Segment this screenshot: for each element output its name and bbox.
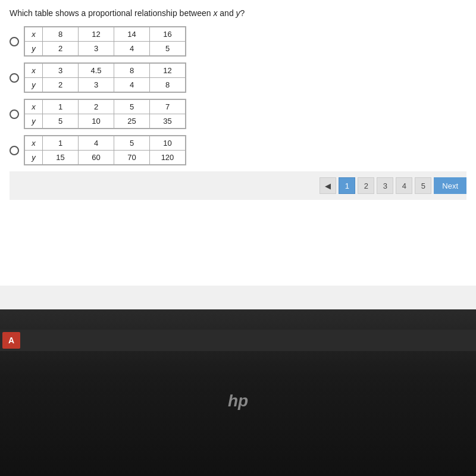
radio-a[interactable] <box>10 37 19 46</box>
table-b-y1: 2 <box>43 78 79 92</box>
page-4-button[interactable]: 4 <box>396 177 412 194</box>
table-b-x1: 3 <box>43 64 79 78</box>
pdf-app-icon[interactable]: A <box>2 332 20 349</box>
option-b-row: x 3 4.5 8 12 y 2 3 4 8 <box>10 62 466 93</box>
taskbar: A <box>0 330 476 351</box>
table-c-x3: 5 <box>114 100 150 114</box>
next-button[interactable]: Next <box>434 177 466 194</box>
table-d-y3: 70 <box>114 151 150 165</box>
table-a[interactable]: x 8 12 14 16 y 2 3 4 5 <box>24 26 186 57</box>
pagination-bar: ◀ 1 2 3 4 5 Next <box>10 171 466 200</box>
table-b-y-label: y <box>25 78 43 92</box>
table-a-x1: 8 <box>43 27 79 42</box>
hp-logo: hp <box>228 392 248 411</box>
table-c-y4: 35 <box>150 114 186 129</box>
table-c-y3: 25 <box>114 114 150 129</box>
prev-page-button[interactable]: ◀ <box>320 177 336 194</box>
table-d-x4: 10 <box>150 136 186 151</box>
option-d-row: x 1 4 5 10 y 15 60 70 120 <box>10 135 466 165</box>
page-5-button[interactable]: 5 <box>415 177 431 194</box>
table-b[interactable]: x 3 4.5 8 12 y 2 3 4 8 <box>24 62 186 93</box>
table-b-y3: 4 <box>114 78 150 92</box>
radio-c[interactable] <box>10 109 19 119</box>
table-b-x2: 4.5 <box>79 64 114 78</box>
table-a-x4: 16 <box>150 27 186 42</box>
table-c-y1: 5 <box>43 114 79 129</box>
table-b-y4: 8 <box>150 78 186 92</box>
table-d-x2: 4 <box>79 136 114 151</box>
table-a-y2: 3 <box>79 42 114 56</box>
table-c-x1: 1 <box>43 100 79 114</box>
table-d-x3: 5 <box>114 136 150 151</box>
table-d-y4: 120 <box>150 151 186 165</box>
table-a-x2: 12 <box>79 27 114 42</box>
question-text: Which table shows a proportional relatio… <box>10 8 466 18</box>
page-1-button[interactable]: 1 <box>339 177 355 194</box>
option-c-row: x 1 2 5 7 y 5 10 25 35 <box>10 99 466 129</box>
table-d-y2: 60 <box>79 151 114 165</box>
table-c[interactable]: x 1 2 5 7 y 5 10 25 35 <box>24 99 186 129</box>
table-c-y2: 10 <box>79 114 114 129</box>
table-d-y-label: y <box>25 151 43 165</box>
table-a-y1: 2 <box>43 42 79 56</box>
table-c-x-label: x <box>25 100 43 114</box>
table-b-x4: 12 <box>150 64 186 78</box>
table-b-x-label: x <box>25 64 43 78</box>
table-c-x4: 7 <box>150 100 186 114</box>
table-b-y2: 3 <box>79 78 114 92</box>
table-d-y1: 15 <box>43 151 79 165</box>
page-3-button[interactable]: 3 <box>377 177 393 194</box>
table-b-x3: 8 <box>114 64 150 78</box>
table-a-x-label: x <box>25 27 43 42</box>
table-d[interactable]: x 1 4 5 10 y 15 60 70 120 <box>24 135 186 165</box>
option-a-row: x 8 12 14 16 y 2 3 4 5 <box>10 26 466 57</box>
table-a-y4: 5 <box>150 42 186 56</box>
table-d-x-label: x <box>25 136 43 151</box>
radio-b[interactable] <box>10 73 19 83</box>
table-c-y-label: y <box>25 114 43 129</box>
table-d-x1: 1 <box>43 136 79 151</box>
table-c-x2: 2 <box>79 100 114 114</box>
table-a-y3: 4 <box>114 42 150 56</box>
radio-d[interactable] <box>10 146 19 155</box>
page-2-button[interactable]: 2 <box>358 177 374 194</box>
table-a-x3: 14 <box>114 27 150 42</box>
table-a-y-label: y <box>25 42 43 56</box>
